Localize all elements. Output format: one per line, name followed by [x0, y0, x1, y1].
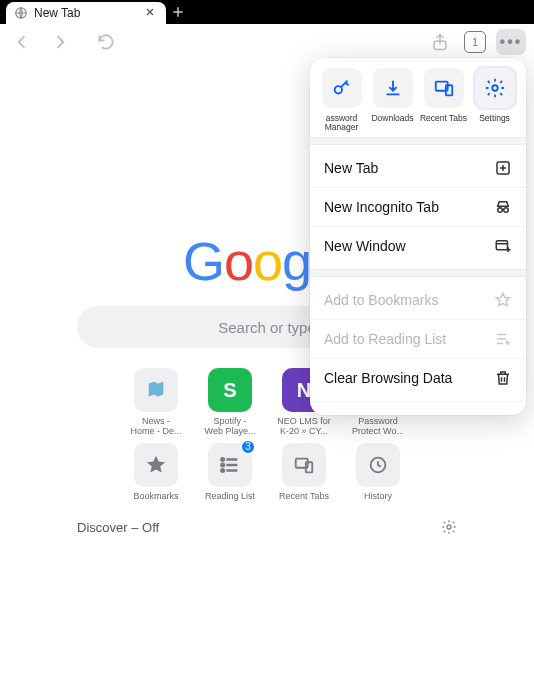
svg-point-16: [498, 207, 503, 212]
tab-switcher-button[interactable]: 1: [464, 31, 486, 53]
menu-password-manager[interactable]: assword Manager: [316, 68, 367, 133]
window-tabstrip: New Tab: [0, 0, 534, 24]
shortcut-recent-tabs[interactable]: Recent Tabs: [269, 443, 339, 501]
menu-new-window[interactable]: New Window: [310, 226, 526, 265]
discover-row: Discover – Off: [77, 519, 457, 535]
menu-quick-actions: assword Manager Downloads Recent Tabs Se…: [310, 58, 526, 137]
history-icon: [356, 443, 400, 487]
shortcut-bookmarks[interactable]: Bookmarks: [121, 443, 191, 501]
gear-icon: [475, 68, 515, 108]
menu-add-bookmarks: Add to Bookmarks: [310, 281, 526, 319]
plus-box-icon: [494, 159, 512, 177]
star-icon: [134, 443, 178, 487]
list-add-icon: [494, 330, 512, 348]
download-icon: [373, 68, 413, 108]
menu-recent-tabs[interactable]: Recent Tabs: [418, 68, 469, 133]
news-icon: [134, 368, 178, 412]
forward-button[interactable]: [46, 28, 74, 56]
incognito-icon: [494, 198, 512, 216]
svg-point-14: [492, 85, 498, 91]
menu-new-tab[interactable]: New Tab: [310, 149, 526, 187]
new-tab-button[interactable]: [166, 0, 190, 24]
list-icon: 3: [208, 443, 252, 487]
shortcut-news[interactable]: News - Home - De...: [121, 368, 191, 437]
trash-icon: [494, 369, 512, 387]
more-icon: •••: [500, 33, 523, 51]
content-area: Google Search or type News - Home - De..…: [0, 60, 534, 700]
discover-label: Discover – Off: [77, 520, 159, 535]
svg-point-4: [221, 463, 224, 466]
menu-new-incognito-tab[interactable]: New Incognito Tab: [310, 187, 526, 226]
shortcut-spotify[interactable]: S Spotify - Web Playe...: [195, 368, 265, 437]
tab-count: 1: [472, 36, 478, 48]
window-plus-icon: [494, 237, 512, 255]
menu-add-reading-list: Add to Reading List: [310, 319, 526, 358]
menu-downloads[interactable]: Downloads: [367, 68, 418, 133]
reload-button[interactable]: [92, 28, 120, 56]
star-outline-icon: [494, 291, 512, 309]
spotify-icon: S: [208, 368, 252, 412]
devices-icon: [424, 68, 464, 108]
svg-point-9: [447, 525, 451, 529]
svg-point-11: [334, 86, 341, 93]
discover-settings-button[interactable]: [441, 519, 457, 535]
globe-icon: [14, 6, 28, 20]
menu-settings[interactable]: Settings: [469, 68, 520, 133]
devices-icon: [282, 443, 326, 487]
svg-point-5: [221, 469, 224, 472]
share-button[interactable]: [426, 28, 454, 56]
search-placeholder: Search or type: [218, 319, 316, 336]
svg-point-3: [221, 458, 224, 461]
tab-title: New Tab: [34, 6, 138, 20]
key-icon: [322, 68, 362, 108]
svg-point-17: [504, 207, 509, 212]
overflow-menu-popover: assword Manager Downloads Recent Tabs Se…: [310, 58, 526, 415]
shortcut-reading-list[interactable]: 3 Reading List: [195, 443, 265, 501]
browser-toolbar: 1 •••: [0, 24, 534, 60]
back-button[interactable]: [8, 28, 36, 56]
menu-clear-browsing-data[interactable]: Clear Browsing Data: [310, 358, 526, 397]
reading-list-badge: 3: [240, 439, 256, 455]
shortcut-history[interactable]: History: [343, 443, 413, 501]
browser-tab-current[interactable]: New Tab: [6, 2, 166, 24]
close-icon[interactable]: [144, 6, 158, 20]
svg-rect-18: [496, 240, 507, 249]
overflow-menu-button[interactable]: •••: [496, 29, 526, 55]
